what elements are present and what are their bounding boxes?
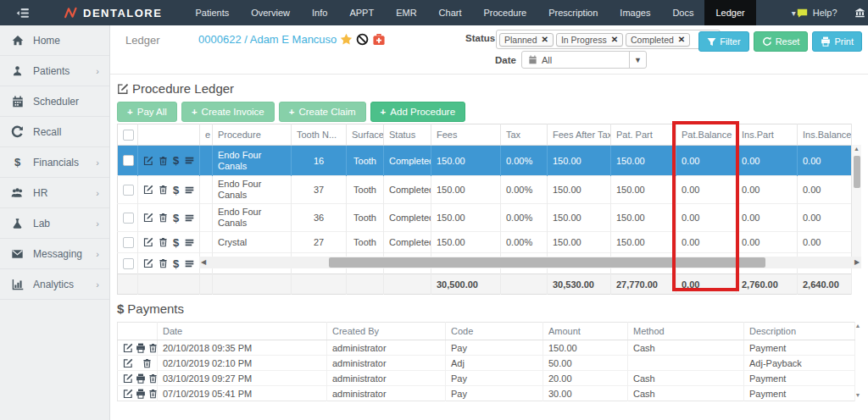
dollar-icon[interactable]: $ bbox=[173, 212, 179, 224]
filter-button[interactable]: Filter bbox=[698, 31, 748, 52]
date-select[interactable]: All ▼ bbox=[521, 51, 647, 69]
help-menu[interactable]: Help? bbox=[796, 8, 837, 19]
date-caret-icon[interactable]: ▼ bbox=[629, 52, 646, 68]
procedure-row-endo-four-canals[interactable]: $Endo Four Canals37ToothCompleted150.000… bbox=[118, 176, 852, 204]
create-invoice-button[interactable]: +Create Invoice bbox=[181, 102, 275, 122]
trash-icon[interactable] bbox=[148, 389, 158, 399]
column-header[interactable]: e bbox=[200, 124, 213, 146]
trash-icon[interactable] bbox=[148, 343, 158, 353]
sidebar-item-financials[interactable]: $Financials› bbox=[0, 147, 109, 178]
column-header[interactable]: Method bbox=[628, 323, 744, 340]
trash-icon[interactable] bbox=[159, 156, 168, 166]
select-all-header[interactable] bbox=[118, 124, 138, 146]
edit-icon[interactable] bbox=[143, 258, 153, 268]
sidebar-collapse-icon[interactable] bbox=[0, 8, 42, 19]
print-icon[interactable] bbox=[136, 343, 146, 353]
payment-row[interactable]: 20/10/2018 09:35 PMadministratorPay150.0… bbox=[118, 340, 855, 356]
edit-icon[interactable] bbox=[143, 237, 153, 247]
create-claim-button[interactable]: +Create Claim bbox=[279, 102, 366, 122]
print-icon[interactable] bbox=[136, 389, 146, 399]
row-checkbox[interactable] bbox=[123, 237, 134, 248]
reset-button[interactable]: Reset bbox=[754, 31, 809, 52]
nav-item-docs[interactable]: Docs bbox=[661, 0, 704, 25]
edit-icon[interactable] bbox=[123, 389, 133, 399]
column-header[interactable]: Description bbox=[744, 323, 855, 340]
list-icon[interactable] bbox=[184, 238, 195, 247]
dollar-icon[interactable]: $ bbox=[173, 184, 179, 196]
column-header[interactable]: Tooth N... bbox=[292, 124, 347, 146]
column-header[interactable]: Fees bbox=[431, 124, 501, 146]
trash-icon[interactable] bbox=[148, 373, 158, 384]
dollar-icon[interactable]: $ bbox=[173, 154, 179, 167]
trash-icon[interactable] bbox=[159, 258, 168, 268]
edit-icon[interactable] bbox=[143, 185, 153, 195]
column-header[interactable]: Code bbox=[446, 323, 543, 340]
payment-row[interactable]: 07/10/2019 05:41 PMadministratorPay30.00… bbox=[118, 386, 855, 401]
trash-icon[interactable] bbox=[159, 213, 168, 223]
column-header[interactable]: Tax bbox=[501, 124, 548, 146]
payment-row[interactable]: 03/10/2019 09:27 PMadministratorPay20.00… bbox=[118, 371, 855, 386]
print-button[interactable]: Print bbox=[812, 31, 862, 52]
column-header[interactable]: Ins.Part bbox=[737, 124, 798, 146]
scroll-down-icon[interactable]: ▼ bbox=[854, 391, 861, 400]
remove-tag-icon[interactable]: ✕ bbox=[542, 35, 548, 44]
edit-icon[interactable] bbox=[143, 213, 153, 223]
list-icon[interactable] bbox=[184, 213, 195, 223]
nav-item-appt[interactable]: APPT bbox=[338, 0, 385, 25]
trash-icon[interactable] bbox=[159, 185, 168, 195]
column-header[interactable]: Fees After Tax bbox=[548, 124, 611, 146]
column-header[interactable]: Created By bbox=[327, 323, 446, 340]
list-icon[interactable] bbox=[184, 259, 195, 268]
nav-item-ledger[interactable]: Ledger bbox=[704, 0, 755, 25]
add-procedure-button[interactable]: +Add Procedure bbox=[370, 102, 465, 122]
clinic-menu[interactable]: Dokki bbox=[854, 8, 868, 18]
dollar-icon[interactable]: $ bbox=[173, 257, 179, 270]
sidebar-item-patients[interactable]: Patients› bbox=[0, 56, 109, 86]
hscroll-track[interactable] bbox=[208, 257, 853, 268]
trash-icon[interactable] bbox=[142, 358, 152, 368]
procedure-table-hscrollbar[interactable]: ◀ ▶ bbox=[199, 257, 861, 268]
block-icon[interactable] bbox=[356, 33, 369, 46]
remove-tag-icon[interactable]: ✕ bbox=[611, 35, 618, 44]
edit-icon[interactable] bbox=[123, 373, 133, 384]
status-tag-in-progress[interactable]: In Progress✕ bbox=[556, 33, 623, 47]
status-tags-input[interactable]: Planned✕In Progress✕Completed✕ bbox=[496, 30, 721, 49]
column-header[interactable]: Procedure bbox=[213, 124, 292, 146]
column-header[interactable]: Date bbox=[158, 323, 327, 340]
procedure-table-vscrollbar[interactable]: ▲ ▼ bbox=[851, 145, 861, 268]
payment-row[interactable]: 02/10/2019 02:10 PMadministratorAdj50.00… bbox=[118, 356, 855, 371]
sidebar-item-messaging[interactable]: Messaging› bbox=[0, 239, 109, 269]
nav-item-chart[interactable]: Chart bbox=[428, 0, 473, 25]
edit-icon[interactable] bbox=[143, 156, 153, 166]
list-icon[interactable] bbox=[184, 156, 195, 165]
nav-item-patients[interactable]: Patients bbox=[184, 0, 240, 25]
procedure-row-endo-four-canals[interactable]: $Endo Four Canals16ToothCompleted150.000… bbox=[118, 146, 852, 176]
column-header[interactable]: Ins.Balance bbox=[798, 124, 852, 146]
edit-icon[interactable] bbox=[123, 358, 133, 368]
medkit-icon[interactable] bbox=[372, 33, 386, 46]
trash-icon[interactable] bbox=[159, 237, 168, 247]
dollar-icon[interactable]: $ bbox=[173, 236, 179, 249]
select-all-checkbox[interactable] bbox=[123, 130, 134, 141]
list-icon[interactable] bbox=[184, 185, 195, 195]
column-header[interactable]: Amount bbox=[543, 323, 628, 340]
sidebar-item-recall[interactable]: Recall bbox=[0, 117, 109, 147]
sidebar-item-home[interactable]: Home bbox=[0, 25, 109, 56]
scroll-left-icon[interactable]: ◀ bbox=[199, 257, 208, 268]
nav-item-procedure[interactable]: Procedure bbox=[472, 0, 537, 25]
star-icon[interactable] bbox=[340, 33, 353, 46]
column-header[interactable]: Status bbox=[384, 124, 431, 146]
sidebar-item-analytics[interactable]: Analytics› bbox=[0, 269, 109, 300]
nav-item-emr[interactable]: EMR bbox=[385, 0, 427, 25]
column-header[interactable]: Pat. Part bbox=[611, 124, 676, 146]
column-header[interactable]: Pat.Balance bbox=[676, 124, 737, 146]
nav-item-prescription[interactable]: Prescription bbox=[537, 0, 609, 25]
pay-all-button[interactable]: +Pay All bbox=[117, 102, 177, 122]
sidebar-item-scheduler[interactable]: Scheduler bbox=[0, 86, 109, 117]
nav-item-info[interactable]: Info bbox=[301, 0, 338, 25]
row-checkbox[interactable] bbox=[123, 213, 134, 224]
status-tag-completed[interactable]: Completed✕ bbox=[626, 33, 690, 47]
status-tag-planned[interactable]: Planned✕ bbox=[499, 33, 554, 47]
scroll-up-icon[interactable]: ▲ bbox=[852, 145, 861, 153]
print-icon[interactable] bbox=[136, 373, 146, 384]
